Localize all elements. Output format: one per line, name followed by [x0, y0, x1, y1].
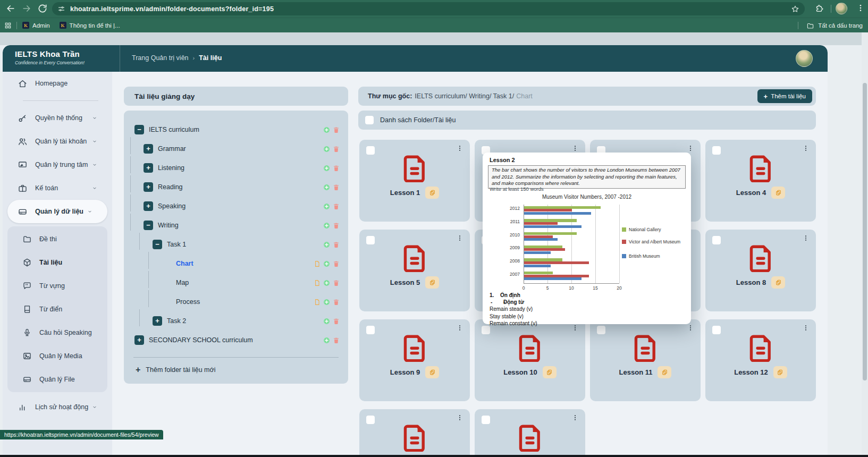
tree-node-task-2[interactable]: +Task 2 [124, 311, 348, 331]
document-file-icon[interactable] [314, 260, 321, 267]
forward-icon[interactable] [21, 3, 32, 14]
document-card-lesson-4[interactable]: Lesson 4 [705, 140, 816, 222]
tree-node-reading[interactable]: +Reading [124, 177, 348, 197]
tree-node-map[interactable]: Map [124, 273, 348, 292]
card-menu-icon[interactable] [802, 234, 810, 244]
add-subfolder-icon[interactable] [323, 299, 330, 306]
card-checkbox[interactable] [482, 326, 490, 334]
delete-folder-icon[interactable] [333, 280, 340, 286]
copy-button[interactable] [425, 276, 439, 289]
expand-icon[interactable]: + [144, 144, 153, 154]
expand-icon[interactable]: + [144, 201, 153, 211]
tree-node-chart[interactable]: Chart [124, 254, 348, 273]
tree-node-listening[interactable]: +Listening [124, 158, 348, 177]
document-card-lesson-11[interactable]: Lesson 11 [590, 319, 701, 401]
sidebar-item-t-v-ng[interactable]: Từ vựng [7, 274, 107, 298]
card-menu-icon[interactable] [687, 324, 694, 334]
tree-node-speaking[interactable]: +Speaking [124, 197, 348, 216]
card-menu-icon[interactable] [571, 324, 579, 334]
sidebar-item-qu-n-l-d-li-u[interactable]: Quản lý dữ liệu [7, 200, 107, 223]
card-menu-icon[interactable] [571, 414, 579, 424]
document-card[interactable] [359, 409, 470, 457]
sidebar-item-quy-n-h-th-ng[interactable]: Quyền hệ thống [3, 106, 112, 130]
delete-folder-icon[interactable] [333, 337, 340, 344]
card-checkbox[interactable] [712, 236, 721, 244]
card-checkbox[interactable] [366, 416, 375, 424]
add-document-button[interactable]: + Thêm tài liệu [757, 89, 812, 103]
tree-node-label[interactable]: Reading [158, 183, 183, 191]
extensions-icon[interactable] [815, 4, 824, 13]
card-menu-icon[interactable] [456, 145, 464, 154]
tree-node-label[interactable]: Task 2 [167, 317, 186, 325]
expand-icon[interactable]: + [153, 316, 162, 326]
tree-node-label[interactable]: Process [176, 298, 200, 306]
delete-folder-icon[interactable] [333, 260, 340, 267]
page-scrollbar[interactable] [862, 32, 868, 455]
tree-node-label[interactable]: SECONDARY SCHOOL curriculum [149, 336, 253, 344]
sidebar-item-c-u-h-i-speaking[interactable]: Câu hỏi Speaking [7, 321, 107, 344]
document-card-lesson-12[interactable]: Lesson 12 [705, 319, 816, 401]
add-subfolder-icon[interactable] [323, 203, 330, 210]
card-checkbox[interactable] [712, 326, 721, 334]
delete-folder-icon[interactable] [333, 318, 340, 325]
tree-node-label[interactable]: Speaking [158, 202, 186, 210]
delete-folder-icon[interactable] [333, 126, 340, 133]
sidebar-item-k-to-n[interactable]: Kế toán [3, 176, 112, 200]
address-bar[interactable]: khoatran.ieltsprime.vn/admin/folder-docu… [52, 2, 805, 15]
delete-folder-icon[interactable] [333, 241, 340, 248]
add-folder-button[interactable]: + Thêm folder tài liệu mới [124, 365, 348, 375]
card-menu-icon[interactable] [456, 234, 464, 244]
copy-button[interactable] [543, 366, 557, 378]
sidebar-item-t-i-n[interactable]: Từ điển [7, 298, 107, 321]
user-avatar[interactable] [796, 50, 813, 67]
copy-button[interactable] [425, 187, 439, 199]
copy-button[interactable] [658, 366, 671, 378]
browser-menu-icon[interactable] [856, 4, 865, 13]
card-checkbox[interactable] [366, 326, 375, 334]
delete-folder-icon[interactable] [333, 165, 340, 172]
collapse-icon[interactable]: − [144, 221, 153, 230]
sidebar-item-homepage[interactable]: Homepage [3, 72, 112, 95]
card-checkbox[interactable] [482, 416, 490, 424]
card-menu-icon[interactable] [802, 324, 810, 334]
add-subfolder-icon[interactable] [323, 280, 330, 286]
browser-profile-avatar[interactable] [836, 3, 847, 14]
expand-icon[interactable]: + [134, 335, 144, 345]
document-card-lesson-8[interactable]: Lesson 8 [705, 230, 816, 311]
card-menu-icon[interactable] [456, 414, 464, 424]
tree-node-label[interactable]: IELTS curriculum [149, 126, 199, 133]
delete-folder-icon[interactable] [333, 203, 340, 210]
tree-node-label[interactable]: Grammar [158, 145, 186, 153]
url-text[interactable]: khoatran.ieltsprime.vn/admin/folder-docu… [70, 5, 791, 13]
copy-button[interactable] [773, 366, 787, 378]
tree-node-label[interactable]: Task 1 [167, 241, 186, 248]
add-subfolder-icon[interactable] [323, 241, 330, 248]
tree-node-writing[interactable]: −Writing [124, 216, 348, 235]
tree-node-label[interactable]: Map [176, 279, 189, 286]
expand-icon[interactable]: + [144, 182, 153, 192]
card-checkbox[interactable] [712, 146, 721, 155]
card-menu-icon[interactable] [802, 145, 810, 154]
collapse-icon[interactable]: − [134, 125, 144, 134]
collapse-icon[interactable]: − [153, 240, 162, 249]
delete-folder-icon[interactable] [333, 184, 340, 191]
copy-button[interactable] [425, 366, 439, 378]
tree-node-secondary-school-curriculum[interactable]: +SECONDARY SCHOOL curriculum [124, 331, 348, 350]
apps-grid-icon[interactable] [4, 22, 12, 29]
sidebar-item-t-i-li-u[interactable]: Tài liệu [7, 251, 107, 274]
document-card-lesson-5[interactable]: Lesson 5 [359, 230, 470, 311]
document-card-lesson-10[interactable]: Lesson 10 [475, 319, 585, 401]
card-checkbox[interactable] [366, 146, 375, 155]
add-subfolder-icon[interactable] [323, 146, 330, 153]
copy-button[interactable] [771, 276, 785, 289]
sidebar-item-qu-n-l-file[interactable]: Quản lý File [7, 368, 107, 391]
tree-node-task-1[interactable]: −Task 1 [124, 235, 348, 254]
add-subfolder-icon[interactable] [323, 165, 330, 172]
card-checkbox[interactable] [597, 326, 605, 334]
tree-node-label[interactable]: Listening [158, 164, 184, 172]
bookmark-star-icon[interactable] [791, 5, 799, 13]
add-subfolder-icon[interactable] [323, 260, 330, 267]
breadcrumb-root[interactable]: Trang Quản trị viên [132, 54, 189, 62]
all-bookmarks-label[interactable]: Tất cả dấu trang [818, 22, 863, 29]
document-card-lesson-9[interactable]: Lesson 9 [359, 319, 470, 401]
